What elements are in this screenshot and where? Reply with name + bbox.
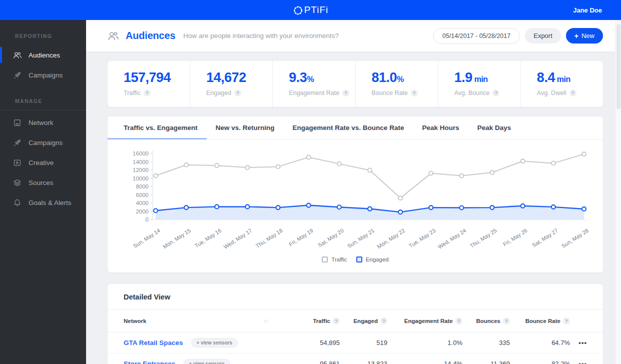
- stat-avg-dwell: 8.4 min Avg. Dwell: [520, 61, 603, 107]
- export-button[interactable]: Export: [525, 28, 561, 44]
- legend-engaged[interactable]: Engaged: [356, 256, 389, 262]
- help-icon[interactable]: [563, 318, 570, 324]
- sidebar-item-label: Audiences: [29, 52, 60, 59]
- svg-text:8000: 8000: [136, 184, 149, 190]
- layers-icon: [13, 178, 22, 187]
- stat-traffic: 157,794 Traffic: [108, 61, 190, 107]
- chart-card: Traffic vs. Engagement New vs. Returning…: [108, 116, 603, 272]
- sidebar-item-label: Campaigns: [29, 72, 63, 79]
- date-range-picker[interactable]: 05/14/2017 - 05/28/2017: [433, 28, 520, 44]
- sidebar-item-campaigns-reporting[interactable]: Campaigns: [0, 65, 86, 85]
- page-scrollbar[interactable]: [615, 20, 621, 364]
- audiences-icon: [108, 30, 119, 42]
- table-title: Detailed View: [108, 284, 603, 310]
- stat-engagement-rate: 9.3% Engagement Rate: [272, 61, 355, 107]
- logo-text: PTiFi: [304, 4, 329, 16]
- chart-legend: Traffic Engaged: [108, 254, 603, 268]
- user-menu[interactable]: Jane Doe: [573, 6, 602, 14]
- svg-text:Thu, May 25: Thu, May 25: [469, 228, 498, 249]
- svg-text:14000: 14000: [133, 159, 149, 165]
- svg-text:16000: 16000: [133, 150, 149, 156]
- network-link[interactable]: GTA Retail Spaces: [124, 339, 183, 346]
- stats-summary-card: 157,794 Traffic 14,672 Engaged 9.3% Enga…: [108, 61, 603, 107]
- sidebar-section-reporting: REPORTING: [0, 20, 86, 45]
- checkbox-engaged[interactable]: [356, 256, 362, 262]
- stat-avg-bounce: 1.9 min Avg. Bounce: [438, 61, 520, 107]
- help-icon[interactable]: [455, 318, 462, 324]
- traffic-engagement-chart[interactable]: 0200040006000800010000120001400016000Sun…: [108, 140, 603, 254]
- row-menu-icon[interactable]: [570, 360, 587, 364]
- svg-text:Tue, May 23: Tue, May 23: [408, 228, 436, 249]
- sidebar-item-goals-alerts[interactable]: Goals & Alerts: [0, 192, 86, 212]
- help-icon[interactable]: [333, 318, 340, 324]
- svg-text:Sun, May 14: Sun, May 14: [132, 228, 161, 250]
- checkbox-traffic[interactable]: [322, 256, 328, 262]
- svg-text:Thu, May 18: Thu, May 18: [255, 228, 284, 249]
- svg-text:Sun, May 28: Sun, May 28: [560, 228, 589, 250]
- sidebar-item-campaigns-manage[interactable]: Campaigns: [0, 132, 86, 152]
- svg-text:Sat, May 20: Sat, May 20: [317, 228, 345, 248]
- view-sensors-button[interactable]: + view sensors: [191, 338, 238, 348]
- tab-traffic-vs-engagement[interactable]: Traffic vs. Engagement: [108, 116, 207, 139]
- table-row: Store Entrances + view sensors 95,861 13…: [108, 354, 603, 364]
- content: 157,794 Traffic 14,672 Engaged 9.3% Enga…: [86, 52, 615, 364]
- sidebar-item-label: Creative: [29, 159, 54, 166]
- tab-peak-days[interactable]: Peak Days: [468, 116, 520, 139]
- svg-text:Fri, May 19: Fri, May 19: [288, 228, 314, 248]
- tab-engagement-vs-bounce[interactable]: Engagement Rate vs. Bounce Rate: [284, 116, 413, 139]
- page-subtitle: How are people interacting with your env…: [183, 32, 339, 40]
- help-icon[interactable]: [380, 318, 387, 324]
- svg-text:Fri, May 26: Fri, May 26: [502, 228, 528, 248]
- storefront-icon: [13, 118, 22, 127]
- page-title: Audiences: [126, 30, 175, 42]
- help-icon[interactable]: [234, 90, 241, 96]
- stat-engaged: 14,672 Engaged: [190, 61, 272, 107]
- bell-icon: [13, 198, 22, 207]
- sidebar-item-label: Sources: [29, 179, 54, 186]
- svg-text:4000: 4000: [136, 200, 149, 206]
- sidebar-item-label: Goals & Alerts: [29, 199, 72, 206]
- tab-new-vs-returning[interactable]: New vs. Returning: [207, 116, 284, 139]
- svg-text:10000: 10000: [133, 176, 149, 182]
- plus-icon: +: [574, 32, 578, 40]
- sidebar-item-label: Campaigns: [29, 139, 63, 146]
- network-link[interactable]: Store Entrances: [124, 360, 176, 364]
- help-icon[interactable]: [411, 90, 418, 96]
- media-icon: [13, 158, 22, 167]
- detailed-view-card: Detailed View Network ↓↑ Traffic Engaged…: [108, 284, 603, 364]
- scrollbar-thumb[interactable]: [616, 24, 620, 109]
- svg-text:Sun, May 21: Sun, May 21: [346, 228, 375, 250]
- svg-text:2000: 2000: [136, 208, 149, 214]
- topbar: PTiFi Jane Doe: [0, 0, 621, 20]
- people-icon: [13, 51, 22, 60]
- new-button[interactable]: + New: [566, 28, 603, 44]
- sidebar-item-network[interactable]: Network: [0, 112, 86, 132]
- svg-text:Mon, May 22: Mon, May 22: [376, 228, 406, 250]
- page-header: Audiences How are people interacting wit…: [86, 20, 615, 52]
- sort-icon[interactable]: ↓↑: [257, 318, 275, 324]
- main-area: Audiences How are people interacting wit…: [86, 20, 615, 364]
- help-icon[interactable]: [503, 318, 510, 324]
- view-sensors-button[interactable]: + view sensors: [184, 359, 230, 364]
- help-icon[interactable]: [342, 90, 349, 96]
- logo: PTiFi: [293, 4, 329, 16]
- svg-text:Mon, May 15: Mon, May 15: [162, 228, 192, 250]
- sidebar-item-creative[interactable]: Creative: [0, 152, 86, 172]
- sidebar-item-audiences[interactable]: Audiences: [0, 45, 86, 65]
- svg-text:0: 0: [146, 216, 149, 222]
- chart-tabs: Traffic vs. Engagement New vs. Returning…: [108, 116, 603, 140]
- svg-text:12000: 12000: [133, 167, 149, 173]
- table-header-row: Network ↓↑ Traffic Engaged Engagement Ra…: [108, 310, 603, 332]
- svg-text:Tue, May 16: Tue, May 16: [194, 228, 222, 249]
- table-row: GTA Retail Spaces + view sensors 54,895 …: [108, 332, 603, 354]
- tab-peak-hours[interactable]: Peak Hours: [413, 116, 468, 139]
- sidebar: REPORTING Audiences Campaigns MANAGE Net…: [0, 20, 86, 364]
- svg-text:Sat, May 27: Sat, May 27: [531, 228, 559, 248]
- help-icon[interactable]: [569, 90, 576, 96]
- row-menu-icon[interactable]: [570, 339, 587, 346]
- help-icon[interactable]: [144, 90, 151, 96]
- legend-traffic[interactable]: Traffic: [322, 256, 347, 262]
- sidebar-item-sources[interactable]: Sources: [0, 172, 86, 192]
- rocket-icon: [13, 71, 22, 80]
- help-icon[interactable]: [492, 90, 499, 96]
